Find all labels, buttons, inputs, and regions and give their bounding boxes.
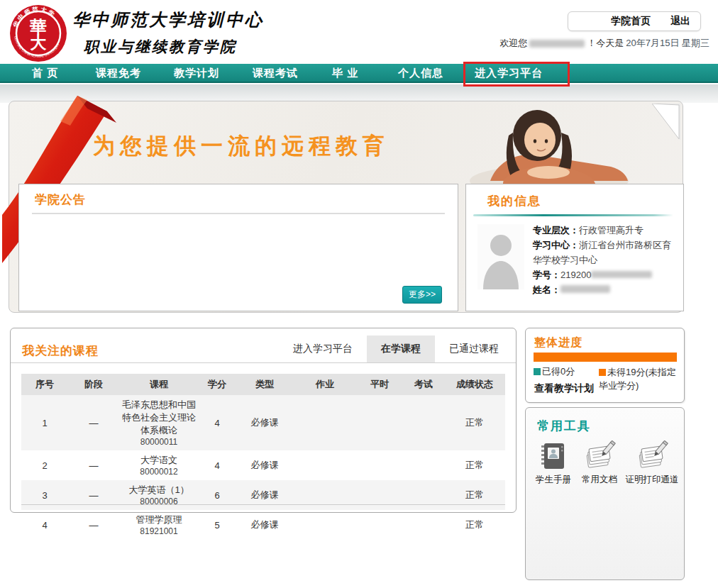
more-button[interactable]: 更多>> xyxy=(402,286,442,304)
nav-item-home[interactable]: 首 页 xyxy=(32,67,58,80)
svg-text:大: 大 xyxy=(31,33,47,52)
top-links-box: 学院首页 退出 xyxy=(568,11,701,31)
tools-title: 常用工具 xyxy=(537,418,591,434)
portal-page: 華 大 华 中 师 范 大 学 CENTRAL CHINA NORMAL UNI… xyxy=(0,0,718,588)
exam-cell xyxy=(403,450,444,480)
tool-common-docs[interactable]: 常用文档 xyxy=(577,440,622,486)
courses-title: 我关注的课程 xyxy=(22,343,99,359)
header: 華 大 华 中 师 范 大 学 CENTRAL CHINA NORMAL UNI… xyxy=(0,0,718,64)
courses-tabs: 进入学习平台 在学课程 已通过课程 xyxy=(279,335,513,362)
status-cell: 正常 xyxy=(444,480,505,510)
exam-cell xyxy=(403,480,444,510)
tab-passed-courses[interactable]: 已通过课程 xyxy=(435,335,513,362)
tool-label: 常用文档 xyxy=(582,474,617,486)
announcements-title: 学院公告 xyxy=(35,192,86,208)
redacted-name xyxy=(560,285,610,293)
tab-enter-platform[interactable]: 进入学习平台 xyxy=(279,335,367,362)
course-code: 80000011 xyxy=(121,437,197,447)
course-name: 大学英语（1） xyxy=(121,484,197,497)
usual-cell xyxy=(356,395,403,450)
progress-panel: 整体进度 已得0分 未得19分(未指定毕业学分) 查看教学计划 xyxy=(525,328,685,403)
university-title: 华中师范大学培训中心 xyxy=(72,9,264,31)
nav-item-exams[interactable]: 课程考试 xyxy=(253,67,298,80)
avatar-placeholder xyxy=(477,224,524,289)
status-cell: 正常 xyxy=(444,450,505,480)
course-name: 大学语文 xyxy=(121,454,197,467)
university-logo: 華 大 华 中 师 范 大 学 CENTRAL CHINA NORMAL UNI… xyxy=(9,4,67,62)
welcome-mid: ！今天是 xyxy=(587,37,624,50)
exam-cell xyxy=(403,510,444,540)
earned-swatch xyxy=(534,368,541,375)
tool-student-handbook[interactable]: 学生手册 xyxy=(530,440,577,486)
woman-photo xyxy=(469,104,629,185)
table-row: 1— 毛泽东思想和中国特色社会主义理论体系概论80000011 4必修课 正常 xyxy=(21,395,505,450)
announcements-divider xyxy=(32,213,445,214)
redacted-username xyxy=(529,40,585,48)
college-title: 职业与继续教育学院 xyxy=(84,37,237,57)
homework-cell xyxy=(294,450,356,480)
field-student-id: 学号：219200 xyxy=(533,267,675,282)
announcements-panel: 学院公告 更多>> xyxy=(18,184,458,311)
courses-panel: 我关注的课程 进入学习平台 在学课程 已通过课程 序号阶段 课程学分 类型作业 … xyxy=(10,328,517,513)
table-row: 4— 管理学原理81921001 5必修课 正常 xyxy=(21,510,505,540)
course-code: 80000012 xyxy=(121,467,197,477)
tool-label: 证明打印通道 xyxy=(626,474,679,486)
usual-cell xyxy=(356,480,403,510)
courses-table: 序号阶段 课程学分 类型作业 平时考试 成绩状态 1— 毛泽东思想和中国特色社会… xyxy=(21,374,505,540)
table-row: 3— 大学英语（1）80000006 6必修课 正常 xyxy=(21,480,505,510)
tools-panel: 常用工具 学生手册 xyxy=(525,407,685,580)
tools-row: 学生手册 xyxy=(530,440,682,486)
nav-item-graduation[interactable]: 毕 业 xyxy=(332,67,358,80)
college-home-link[interactable]: 学院首页 xyxy=(611,15,651,28)
nav-item-exemption[interactable]: 课程免考 xyxy=(96,67,141,80)
exam-cell xyxy=(403,395,444,450)
banner: 为您提供一流的远程教育 学院公告 更多>> 我的信息 xyxy=(9,101,683,313)
course-name: 管理学原理 xyxy=(121,514,197,526)
my-info-panel: 我的信息 专业层次：行政管理高升专 学习中心：浙江省台州市路桥区育华学校学习中心… xyxy=(465,184,684,311)
banner-headline: 为您提供一流的远程教育 xyxy=(93,131,390,161)
my-info-title: 我的信息 xyxy=(487,193,541,209)
nav-item-profile[interactable]: 个人信息 xyxy=(398,67,443,80)
tabs-divider xyxy=(11,362,516,363)
nav-item-learn-platform[interactable]: 进入学习平台 xyxy=(475,67,543,80)
homework-cell xyxy=(294,395,356,450)
documents-pencil-icon xyxy=(636,440,668,472)
table-row: 2— 大学语文80000012 4必修课 正常 xyxy=(21,450,505,480)
handbook-icon xyxy=(537,440,570,472)
course-name: 毛泽东思想和中国特色社会主义理论体系概论 xyxy=(121,399,197,437)
redacted-student-id xyxy=(591,271,652,278)
homework-cell xyxy=(294,510,356,540)
welcome-prefix: 欢迎您 xyxy=(499,37,527,50)
my-info-divider xyxy=(473,214,673,216)
page-curl-graphic xyxy=(652,104,680,140)
my-info-fields: 专业层次：行政管理高升专 学习中心：浙江省台州市路桥区育华学校学习中心 学号：2… xyxy=(533,223,675,297)
tool-certificate-print[interactable]: 证明打印通道 xyxy=(622,440,682,486)
field-learning-center: 学习中心：浙江省台州市路桥区育华学校学习中心 xyxy=(533,238,675,267)
view-teach-plan-link[interactable]: 查看教学计划 xyxy=(534,382,594,395)
tool-label: 学生手册 xyxy=(536,474,571,486)
main-nav: 首 页 课程免考 教学计划 课程考试 毕 业 个人信息 进入学习平台 xyxy=(0,64,718,83)
status-cell: 正常 xyxy=(444,395,505,450)
progress-title: 整体进度 xyxy=(534,335,582,350)
table-header-row: 序号阶段 课程学分 类型作业 平时考试 成绩状态 xyxy=(21,374,505,395)
course-code: 81921001 xyxy=(121,526,197,536)
welcome-line: 欢迎您 ！今天是 20年7月15日 星期三 xyxy=(499,37,709,50)
table-bottom-divider xyxy=(21,504,505,505)
usual-cell xyxy=(356,510,403,540)
current-date: 20年7月15日 星期三 xyxy=(626,37,709,50)
logout-link[interactable]: 退出 xyxy=(670,15,690,28)
legend-unearned: 未得19分(未指定毕业学分) xyxy=(599,365,679,392)
documents-pencil-icon xyxy=(583,440,616,472)
progress-bar xyxy=(534,353,677,362)
tab-current-courses[interactable]: 在学课程 xyxy=(367,335,435,362)
usual-cell xyxy=(356,450,403,480)
field-name: 姓名： xyxy=(533,282,675,297)
status-cell: 正常 xyxy=(444,510,505,540)
nav-item-teach-plan[interactable]: 教学计划 xyxy=(174,67,219,80)
field-major-level: 专业层次：行政管理高升专 xyxy=(533,223,675,238)
homework-cell xyxy=(294,480,356,510)
unearned-swatch xyxy=(599,369,606,376)
